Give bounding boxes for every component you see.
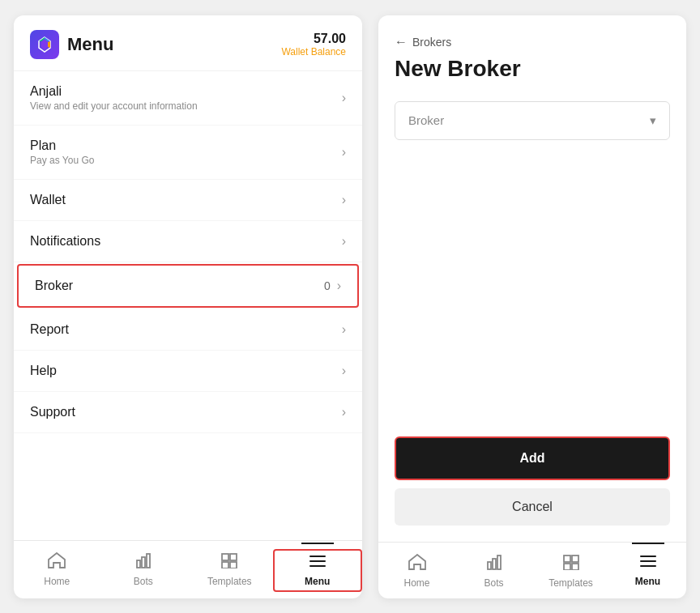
right-nav-home-label: Home — [403, 577, 429, 589]
help-title: Help — [30, 364, 57, 378]
plan-chevron: › — [342, 145, 346, 160]
account-subtitle: View and edit your account information — [30, 100, 198, 112]
notifications-chevron: › — [342, 234, 346, 249]
account-chevron: › — [342, 91, 346, 105]
right-nav-menu-label: Menu — [635, 576, 660, 587]
broker-page-title: New Broker — [395, 56, 670, 82]
dropdown-placeholder: Broker — [408, 113, 444, 127]
svg-rect-6 — [142, 557, 145, 568]
left-nav-templates[interactable]: Templates — [186, 549, 273, 592]
left-bottom-nav: Home Bots — [14, 540, 362, 598]
cancel-button[interactable]: Cancel — [395, 488, 670, 526]
menu-icon — [309, 554, 327, 573]
help-chevron: › — [342, 364, 346, 378]
left-nav-menu-label: Menu — [305, 576, 330, 587]
menu-item-report[interactable]: Report › — [14, 309, 362, 351]
svg-rect-10 — [222, 562, 228, 568]
right-nav-templates[interactable]: Templates — [532, 551, 609, 592]
svg-rect-8 — [222, 554, 228, 560]
left-nav-home-label: Home — [44, 576, 70, 587]
support-chevron: › — [342, 405, 346, 419]
svg-rect-17 — [497, 556, 501, 569]
broker-dropdown[interactable]: Broker ▾ — [395, 101, 670, 140]
report-chevron: › — [342, 322, 346, 337]
wallet-info: 57.00 Wallet Balance — [281, 32, 346, 57]
menu-item-support[interactable]: Support › — [14, 392, 362, 433]
right-bots-icon — [485, 554, 503, 574]
right-nav-bots-label: Bots — [484, 577, 503, 589]
right-nav-bots[interactable]: Bots — [455, 551, 532, 592]
svg-rect-21 — [572, 564, 578, 570]
right-home-icon — [408, 554, 426, 574]
left-nav-templates-label: Templates — [207, 576, 252, 587]
broker-chevron: › — [337, 279, 341, 293]
broker-content: ← Brokers New Broker Broker ▾ — [378, 15, 686, 236]
right-templates-icon — [562, 554, 580, 574]
menu-items-list: Anjali View and edit your account inform… — [14, 71, 362, 540]
add-button[interactable]: Add — [395, 436, 670, 480]
menu-item-account[interactable]: Anjali View and edit your account inform… — [14, 71, 362, 126]
broker-panel: ← Brokers New Broker Broker ▾ Add Cancel — [378, 15, 686, 598]
menu-header: Menu 57.00 Wallet Balance — [14, 15, 362, 71]
right-menu-icon — [639, 554, 657, 573]
menu-item-broker[interactable]: Broker 0 › — [17, 264, 359, 308]
left-nav-menu[interactable]: Menu — [273, 549, 363, 592]
svg-rect-9 — [230, 554, 237, 560]
svg-marker-4 — [48, 41, 50, 48]
back-label: Brokers — [412, 36, 451, 49]
menu-title: Menu — [67, 34, 113, 55]
svg-rect-18 — [564, 556, 570, 562]
menu-item-help[interactable]: Help › — [14, 351, 362, 392]
svg-rect-20 — [564, 564, 570, 570]
wallet-amount: 57.00 — [281, 32, 346, 46]
left-nav-bots[interactable]: Bots — [100, 549, 187, 592]
menu-item-notifications[interactable]: Notifications › — [14, 221, 362, 262]
right-nav-home[interactable]: Home — [378, 551, 455, 592]
plan-subtitle: Pay as You Go — [30, 155, 94, 166]
bots-icon — [134, 552, 152, 573]
broker-title: Broker — [35, 279, 73, 293]
svg-rect-16 — [493, 559, 496, 569]
plan-title: Plan — [30, 138, 94, 153]
back-arrow-icon: ← — [395, 35, 408, 49]
broker-actions: Add Cancel — [378, 436, 686, 526]
menu-item-plan[interactable]: Plan Pay as You Go › — [14, 126, 362, 180]
logo-icon — [30, 30, 59, 59]
account-title: Anjali — [30, 84, 198, 99]
right-bottom-nav: Home Bots — [378, 542, 686, 598]
dropdown-arrow-icon: ▾ — [650, 113, 656, 128]
svg-rect-19 — [572, 556, 578, 562]
menu-item-wallet[interactable]: Wallet › — [14, 180, 362, 221]
menu-logo: Menu — [30, 30, 113, 59]
report-title: Report — [30, 322, 69, 337]
home-icon — [48, 552, 66, 573]
menu-panel: Menu 57.00 Wallet Balance Anjali View an… — [14, 15, 362, 598]
wallet-chevron: › — [342, 193, 346, 207]
svg-rect-7 — [147, 554, 150, 568]
left-nav-bots-label: Bots — [134, 576, 153, 587]
svg-rect-15 — [488, 562, 491, 569]
svg-rect-11 — [230, 562, 237, 568]
svg-rect-5 — [137, 560, 140, 568]
broker-badge: 0 — [324, 279, 331, 292]
templates-icon — [220, 552, 238, 573]
wallet-label: Wallet Balance — [281, 46, 346, 57]
notifications-title: Notifications — [30, 234, 100, 249]
back-nav[interactable]: ← Brokers — [395, 35, 670, 49]
wallet-title: Wallet — [30, 193, 66, 207]
support-title: Support — [30, 405, 75, 419]
right-nav-templates-label: Templates — [548, 577, 593, 589]
right-nav-menu[interactable]: Menu — [609, 551, 686, 592]
left-nav-home[interactable]: Home — [14, 549, 100, 592]
